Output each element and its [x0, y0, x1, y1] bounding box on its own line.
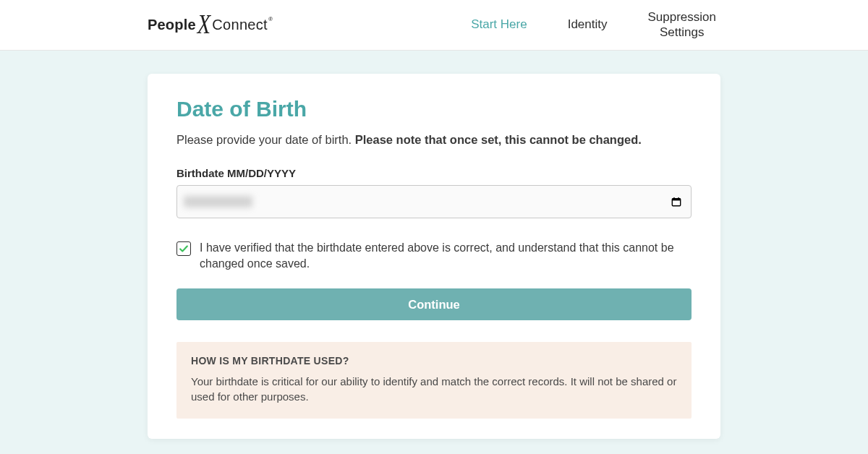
- nav-identity[interactable]: Identity: [568, 17, 608, 32]
- verify-text: I have verified that the birthdate enter…: [200, 240, 692, 271]
- verify-checkbox[interactable]: [176, 241, 191, 256]
- instruction-text: Please provide your date of birth. Pleas…: [176, 133, 692, 147]
- calendar-icon[interactable]: [671, 197, 681, 207]
- logo-separator: X: [196, 10, 213, 38]
- info-text: Your birthdate is critical for our abili…: [191, 374, 677, 404]
- page-title: Date of Birth: [176, 97, 692, 121]
- nav-suppression-settings[interactable]: Suppression Settings: [647, 10, 716, 40]
- svg-rect-1: [672, 199, 680, 201]
- instruction-prefix: Please provide your date of birth.: [176, 133, 355, 146]
- logo[interactable]: People X Connect ®: [148, 14, 272, 36]
- logo-part1: People: [148, 17, 196, 33]
- verify-row: I have verified that the birthdate enter…: [176, 240, 692, 271]
- logo-trademark: ®: [268, 16, 273, 22]
- info-title: HOW IS MY BIRTHDATE USED?: [191, 355, 677, 367]
- instruction-strong: Please note that once set, this cannot b…: [355, 133, 642, 146]
- nav-start-here[interactable]: Start Here: [471, 17, 527, 32]
- dob-card: Date of Birth Please provide your date o…: [148, 74, 720, 439]
- checkmark-icon: [179, 244, 189, 254]
- header: People X Connect ® Start Here Identity S…: [0, 0, 868, 51]
- birthdate-input[interactable]: [176, 185, 692, 218]
- continue-button[interactable]: Continue: [176, 288, 692, 320]
- birthdate-label: Birthdate MM/DD/YYYY: [176, 167, 692, 179]
- info-box: HOW IS MY BIRTHDATE USED? Your birthdate…: [176, 342, 692, 419]
- birthdate-field-wrap: [176, 185, 692, 218]
- logo-part2: Connect: [212, 17, 268, 33]
- nav: Start Here Identity Suppression Settings: [471, 10, 825, 40]
